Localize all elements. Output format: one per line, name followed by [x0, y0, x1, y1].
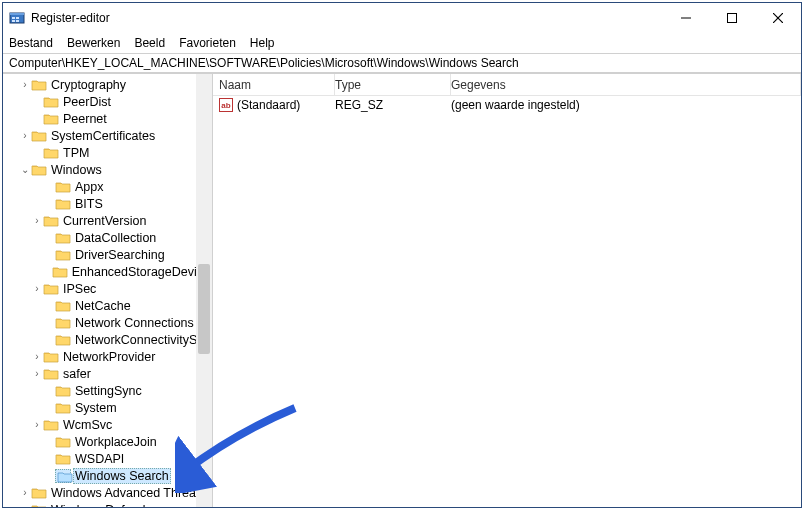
- tree-node[interactable]: Peernet: [3, 110, 212, 127]
- tree-node[interactable]: TPM: [3, 144, 212, 161]
- folder-icon: [31, 163, 47, 177]
- tree-node[interactable]: DataCollection: [3, 229, 212, 246]
- close-button[interactable]: [755, 3, 801, 33]
- folder-icon: [55, 469, 71, 483]
- tree-node[interactable]: Windows Search: [3, 467, 212, 484]
- svg-rect-7: [728, 14, 737, 23]
- expand-icon[interactable]: ›: [31, 215, 43, 226]
- folder-icon: [55, 333, 71, 347]
- tree-node[interactable]: ›safer: [3, 365, 212, 382]
- expand-icon[interactable]: ›: [31, 368, 43, 379]
- tree-scrollbar[interactable]: [196, 74, 212, 507]
- tree-node-label: BITS: [73, 197, 105, 211]
- tree-node[interactable]: ›WcmSvc: [3, 416, 212, 433]
- menu-beeld[interactable]: Beeld: [134, 36, 165, 50]
- folder-icon: [55, 452, 71, 466]
- tree-node-label: WorkplaceJoin: [73, 435, 159, 449]
- window-title: Register-editor: [31, 11, 663, 25]
- menu-favorieten[interactable]: Favorieten: [179, 36, 236, 50]
- folder-icon: [31, 486, 47, 500]
- expand-icon[interactable]: ›: [19, 79, 31, 90]
- tree-node[interactable]: WSDAPI: [3, 450, 212, 467]
- tree-node-label: NetCache: [73, 299, 133, 313]
- folder-icon: [43, 146, 59, 160]
- svg-rect-2: [12, 17, 15, 19]
- list-header: Naam Type Gegevens: [213, 74, 801, 96]
- expand-icon[interactable]: ›: [31, 283, 43, 294]
- folder-icon: [31, 129, 47, 143]
- maximize-button[interactable]: [709, 3, 755, 33]
- menu-bestand[interactable]: Bestand: [9, 36, 53, 50]
- tree-node[interactable]: PeerDist: [3, 93, 212, 110]
- tree-node-label: Peernet: [61, 112, 109, 126]
- values-pane[interactable]: Naam Type Gegevens ab (Standaard) REG_SZ…: [213, 74, 801, 507]
- folder-icon: [55, 197, 71, 211]
- folder-icon: [43, 112, 59, 126]
- tree-node-label: Appx: [73, 180, 106, 194]
- value-type: REG_SZ: [335, 98, 451, 112]
- menu-help[interactable]: Help: [250, 36, 275, 50]
- folder-icon: [43, 282, 59, 296]
- tree-node[interactable]: DriverSearching: [3, 246, 212, 263]
- tree-node-label: TPM: [61, 146, 91, 160]
- expand-icon[interactable]: ›: [19, 130, 31, 141]
- tree-node[interactable]: ›CurrentVersion: [3, 212, 212, 229]
- tree-node[interactable]: System: [3, 399, 212, 416]
- tree-node-label: SystemCertificates: [49, 129, 157, 143]
- svg-rect-3: [16, 17, 19, 19]
- column-name[interactable]: Naam: [213, 74, 335, 95]
- tree-node-label: System: [73, 401, 119, 415]
- tree-node[interactable]: WorkplaceJoin: [3, 433, 212, 450]
- address-bar[interactable]: Computer\HKEY_LOCAL_MACHINE\SOFTWARE\Pol…: [3, 53, 801, 73]
- folder-icon: [55, 231, 71, 245]
- folder-icon: [43, 418, 59, 432]
- tree-node-label: DataCollection: [73, 231, 158, 245]
- column-type[interactable]: Type: [335, 74, 451, 95]
- tree-node[interactable]: Appx: [3, 178, 212, 195]
- tree-node[interactable]: ›Windows Advanced Threa: [3, 484, 212, 501]
- folder-icon: [55, 248, 71, 262]
- expand-icon[interactable]: ›: [19, 504, 31, 507]
- folder-icon: [43, 214, 59, 228]
- tree-pane[interactable]: ›CryptographyPeerDistPeernet›SystemCerti…: [3, 74, 213, 507]
- tree-node[interactable]: ›Cryptography: [3, 76, 212, 93]
- menu-bewerken[interactable]: Bewerken: [67, 36, 120, 50]
- tree-node-label: NetworkConnectivitySt: [73, 333, 203, 347]
- tree-node-label: Windows Search: [73, 468, 171, 484]
- value-row[interactable]: ab (Standaard) REG_SZ (geen waarde inges…: [213, 96, 801, 114]
- value-data: (geen waarde ingesteld): [451, 98, 801, 112]
- scrollbar-thumb[interactable]: [198, 264, 210, 354]
- tree-node[interactable]: NetworkConnectivitySt: [3, 331, 212, 348]
- tree-node-label: safer: [61, 367, 93, 381]
- expand-icon[interactable]: ›: [19, 487, 31, 498]
- svg-rect-5: [16, 20, 19, 22]
- tree-node[interactable]: ›SystemCertificates: [3, 127, 212, 144]
- expand-icon[interactable]: ›: [31, 419, 43, 430]
- tree-node-label: EnhancedStorageDevice: [70, 265, 212, 279]
- tree-node[interactable]: BITS: [3, 195, 212, 212]
- folder-icon: [55, 401, 71, 415]
- tree-node-label: IPSec: [61, 282, 98, 296]
- tree-node[interactable]: ›Windows Defender: [3, 501, 212, 507]
- svg-rect-4: [12, 20, 15, 22]
- menubar: Bestand Bewerken Beeld Favorieten Help: [3, 33, 801, 53]
- tree-node[interactable]: ›NetworkProvider: [3, 348, 212, 365]
- expand-icon[interactable]: ›: [31, 351, 43, 362]
- tree-node[interactable]: ›IPSec: [3, 280, 212, 297]
- minimize-button[interactable]: [663, 3, 709, 33]
- folder-icon: [55, 299, 71, 313]
- tree-node[interactable]: SettingSync: [3, 382, 212, 399]
- tree-node-label: Windows Advanced Threa: [49, 486, 198, 500]
- folder-icon: [55, 435, 71, 449]
- tree-node[interactable]: EnhancedStorageDevice: [3, 263, 212, 280]
- tree-node[interactable]: NetCache: [3, 297, 212, 314]
- tree-node-label: WcmSvc: [61, 418, 114, 432]
- column-data[interactable]: Gegevens: [451, 74, 801, 95]
- app-icon: [9, 10, 25, 26]
- tree-node[interactable]: ⌄Windows: [3, 161, 212, 178]
- tree-node-label: WSDAPI: [73, 452, 126, 466]
- tree-node[interactable]: Network Connections: [3, 314, 212, 331]
- tree-node-label: DriverSearching: [73, 248, 167, 262]
- expand-icon[interactable]: ⌄: [19, 164, 31, 175]
- folder-icon: [43, 367, 59, 381]
